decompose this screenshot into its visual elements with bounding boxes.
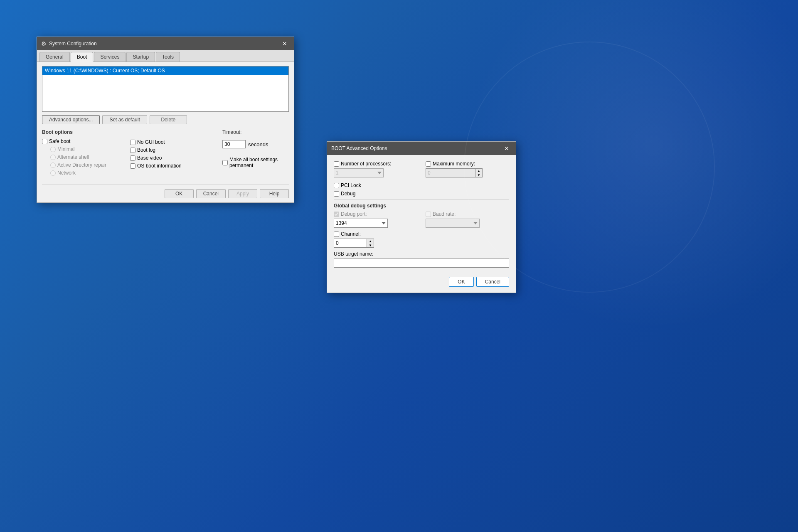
num-processors-select-row: 1 2 4 8: [334, 168, 417, 177]
tab-services[interactable]: Services: [94, 52, 126, 62]
boot-advanced-title: BOOT Advanced Options: [331, 145, 387, 151]
tab-boot[interactable]: Boot: [71, 52, 94, 62]
debug-port-checkbox[interactable]: [334, 212, 339, 217]
baud-rate-col: Baud rate:: [426, 211, 509, 228]
num-processors-checkbox[interactable]: [334, 161, 339, 167]
ok-button[interactable]: OK: [165, 189, 194, 198]
baud-rate-label-row: Baud rate:: [426, 211, 509, 217]
boot-advanced-dialog: BOOT Advanced Options ✕ Number of proces…: [327, 141, 516, 293]
safe-boot-row: Safe boot: [42, 138, 130, 144]
debug-checkbox[interactable]: [334, 191, 339, 197]
channel-down-button[interactable]: ▼: [367, 243, 374, 247]
baud-rate-label: Baud rate:: [433, 211, 456, 217]
boot-log-label: Boot log: [137, 147, 155, 153]
max-memory-spinbox-row: ▲ ▼: [426, 168, 509, 177]
debug-port-select[interactable]: 1394 USB COM1 COM2: [334, 219, 388, 228]
max-memory-input[interactable]: [426, 168, 475, 177]
usb-target-label: USB target name:: [334, 251, 509, 257]
sys-config-title: System Configuration: [49, 41, 97, 47]
channel-input[interactable]: [334, 239, 367, 248]
ad-repair-row: Active Directory repair: [50, 162, 130, 168]
boot-advanced-cancel-button[interactable]: Cancel: [476, 277, 509, 287]
num-processors-select[interactable]: 1 2 4 8: [334, 168, 384, 177]
max-memory-down-button[interactable]: ▼: [475, 173, 482, 177]
channel-section: Channel: ▲ ▼: [334, 231, 509, 248]
alt-shell-row: Alternate shell: [50, 154, 130, 160]
make-permanent-row: Make all boot settings permanent: [222, 157, 289, 168]
base-video-label: Base video: [137, 155, 162, 161]
boot-advanced-ok-button[interactable]: OK: [449, 277, 473, 287]
os-boot-info-checkbox[interactable]: [130, 163, 135, 169]
boot-options-left: Boot options Safe boot Minimal Alternate…: [42, 129, 130, 178]
boot-list-item[interactable]: Windows 11 (C:\WINDOWS) : Current OS; De…: [42, 66, 288, 75]
timeout-row: seconds: [222, 140, 268, 148]
sys-config-title-icon: ⚙: [41, 40, 47, 47]
num-processors-col: Number of processors: 1 2 4 8: [334, 161, 417, 177]
set-as-default-button[interactable]: Set as default: [102, 115, 147, 124]
boot-log-checkbox[interactable]: [130, 148, 135, 153]
max-memory-up-button[interactable]: ▲: [475, 169, 482, 173]
help-button[interactable]: Help: [260, 189, 289, 198]
sys-config-close-button[interactable]: ✕: [280, 39, 290, 49]
make-permanent-checkbox[interactable]: [222, 160, 228, 165]
timeout-label: Timeout:: [222, 129, 241, 135]
max-memory-col: Maximum memory: ▲ ▼: [426, 161, 509, 177]
sys-config-titlebar: ⚙ System Configuration ✕: [37, 37, 294, 50]
apply-button[interactable]: Apply: [228, 189, 257, 198]
debug-label-text: Debug: [341, 191, 355, 197]
boot-advanced-close-button[interactable]: ✕: [502, 143, 512, 153]
sys-config-dialog: ⚙ System Configuration ✕ General Boot Se…: [37, 37, 294, 203]
alt-shell-radio[interactable]: [50, 155, 56, 160]
no-gui-boot-checkbox[interactable]: [130, 140, 135, 145]
network-label: Network: [57, 170, 76, 176]
network-radio[interactable]: [50, 170, 56, 176]
timeout-unit: seconds: [248, 141, 268, 148]
boot-list[interactable]: Windows 11 (C:\WINDOWS) : Current OS; De…: [42, 66, 289, 112]
timeout-input[interactable]: [222, 140, 246, 148]
pci-lock-label: PCI Lock: [341, 182, 361, 188]
advanced-options-button[interactable]: Advanced options...: [42, 115, 100, 124]
max-memory-label-row: Maximum memory:: [426, 161, 509, 167]
baud-rate-select-row: [426, 219, 509, 228]
sys-config-content: Windows 11 (C:\WINDOWS) : Current OS; De…: [37, 62, 294, 202]
baud-rate-checkbox[interactable]: [426, 212, 431, 217]
baud-rate-select[interactable]: [426, 219, 480, 228]
sys-config-tabs: General Boot Services Startup Tools: [37, 50, 294, 62]
max-memory-label: Maximum memory:: [433, 161, 475, 167]
minimal-radio[interactable]: [50, 147, 56, 152]
no-gui-boot-label: No GUI boot: [137, 139, 165, 145]
boot-options-label: Boot options: [42, 129, 130, 135]
tab-startup[interactable]: Startup: [126, 52, 155, 62]
tab-general[interactable]: General: [39, 52, 70, 62]
channel-up-button[interactable]: ▲: [367, 239, 374, 243]
channel-checkbox[interactable]: [334, 232, 339, 237]
ad-repair-radio[interactable]: [50, 163, 56, 168]
pci-lock-row: PCI Lock: [334, 182, 509, 188]
base-video-row: Base video: [130, 155, 218, 161]
safe-boot-checkbox[interactable]: [42, 139, 47, 144]
tab-tools[interactable]: Tools: [156, 52, 180, 62]
num-processors-label: Number of processors:: [341, 161, 391, 167]
advanced-bottom-buttons: OK Cancel: [334, 273, 509, 287]
channel-label: Channel:: [341, 231, 361, 237]
debug-port-label: Debug port:: [341, 211, 367, 217]
debug-port-col: Debug port: 1394 USB COM1 COM2: [334, 211, 417, 228]
max-memory-spin-buttons: ▲ ▼: [475, 168, 483, 177]
safe-boot-label: Safe boot: [49, 138, 70, 144]
minimal-row: Minimal: [50, 146, 130, 152]
debug-port-label-row: Debug port:: [334, 211, 417, 217]
boot-advanced-titlebar: BOOT Advanced Options ✕: [327, 142, 516, 155]
cancel-button[interactable]: Cancel: [196, 189, 226, 198]
base-video-checkbox[interactable]: [130, 155, 135, 161]
boot-buttons-row: Advanced options... Set as default Delet…: [42, 115, 289, 124]
pci-lock-checkbox[interactable]: [334, 183, 339, 188]
debug-port-select-row: 1394 USB COM1 COM2: [334, 219, 417, 228]
max-memory-checkbox[interactable]: [426, 161, 431, 167]
bottom-buttons: OK Cancel Apply Help: [42, 185, 289, 198]
global-debug-label: Global debug settings: [334, 203, 509, 209]
usb-target-section: USB target name:: [334, 251, 509, 268]
delete-button[interactable]: Delete: [150, 115, 187, 124]
channel-spinbox-row: ▲ ▼: [334, 239, 509, 248]
os-boot-info-label: OS boot information: [137, 163, 182, 169]
usb-target-input[interactable]: [334, 259, 509, 268]
